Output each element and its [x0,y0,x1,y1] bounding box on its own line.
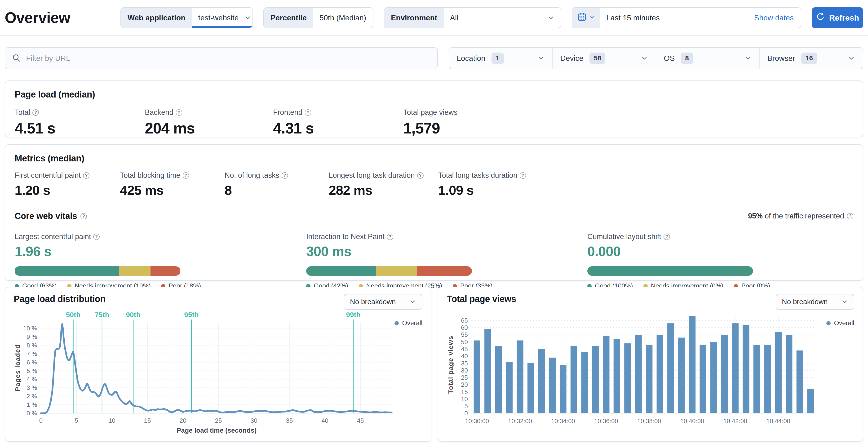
help-icon[interactable]: ? [847,213,853,219]
metrics-row: First contentful paint? 1.20 s Total blo… [15,171,853,198]
page-views-breakdown-select[interactable]: No breakdown [776,294,854,309]
percentile-value-text: 50th (Median) [319,13,366,22]
percentile-value[interactable]: 50th (Median) [313,8,373,28]
svg-text:3 %: 3 % [27,384,37,391]
svg-text:45: 45 [357,417,364,424]
help-icon[interactable]: ? [663,234,670,240]
svg-text:5: 5 [75,417,78,424]
vital-lcp: Largest contentful paint? 1.96 s Good (6… [15,232,306,290]
environment-value[interactable]: All [444,8,561,28]
svg-text:30: 30 [461,367,468,374]
help-icon[interactable]: ? [81,213,87,219]
environment-select[interactable]: Environment All [384,7,561,28]
svg-text:7 %: 7 % [27,350,37,357]
search-input[interactable] [26,54,431,63]
help-icon[interactable]: ? [93,234,100,240]
chevron-down-icon [409,298,416,305]
svg-text:0: 0 [39,417,42,424]
search-icon [12,53,21,63]
page-views-legend[interactable]: Overall [826,320,854,327]
page-views-legend-label: Overall [834,320,854,327]
url-search-box[interactable] [5,47,438,69]
web-application-value-text: test-website [198,13,239,22]
metric-total-page-views-value: 1,579 [403,120,853,137]
refresh-icon [816,12,825,23]
help-icon[interactable]: ? [183,172,189,179]
web-application-select[interactable]: Web application test-website [120,7,253,28]
help-icon[interactable]: ? [305,109,311,116]
svg-text:5 %: 5 % [27,367,37,375]
refresh-button[interactable]: Refresh [812,7,863,28]
svg-text:4 %: 4 % [27,376,37,383]
svg-text:Total page views: Total page views [447,335,454,394]
filter-os-label: OS [664,54,675,63]
metrics-panel: Metrics (median) First contentful paint?… [5,144,863,281]
svg-text:15: 15 [144,417,151,424]
svg-text:Pages loaded: Pages loaded [14,344,21,391]
svg-text:5: 5 [465,403,468,410]
metric-total-value: 4.51 s [15,120,145,137]
help-icon[interactable]: ? [417,172,424,179]
svg-text:10:32:00: 10:32:00 [508,417,532,424]
svg-text:20: 20 [180,417,186,424]
svg-text:10:42:00: 10:42:00 [723,417,747,424]
web-application-label: Web application [121,8,192,28]
filter-location[interactable]: Location 1 [449,48,552,69]
svg-text:10 %: 10 % [23,325,37,332]
svg-text:35: 35 [286,417,293,424]
metric-backend: Backend? 204 ms [145,108,273,137]
percentile-label: Percentile [264,8,313,28]
refresh-button-label: Refresh [829,13,859,23]
vital-inp-value: 300 ms [306,243,587,259]
vital-cls-value: 0.000 [587,243,853,259]
web-application-value[interactable]: test-website [192,8,253,28]
date-picker[interactable]: Last 15 minutes Show dates [572,7,801,28]
metric-fcp-label: First contentful paint [15,171,81,180]
svg-text:50: 50 [461,338,468,346]
help-icon[interactable]: ? [520,172,526,179]
distribution-legend-label: Overall [402,320,423,327]
svg-text:1 %: 1 % [27,401,37,408]
help-icon[interactable]: ? [83,172,89,179]
page-load-panel-title: Page load (median) [15,89,853,100]
vital-cls-label: Cumulative layout shift [587,232,661,241]
chevron-down-icon [641,54,648,62]
filter-device[interactable]: Device 58 [552,48,656,69]
distribution-panel-title: Page load distribution [14,294,105,304]
needs-improvement-segment [119,266,151,276]
distribution-breakdown-select[interactable]: No breakdown [344,294,423,309]
date-picker-quick-menu[interactable] [572,8,600,28]
filter-os[interactable]: OS 8 [656,48,760,69]
vital-inp-bar [306,266,472,276]
date-range-value[interactable]: Last 15 minutes [600,8,747,28]
percentile-select[interactable]: Percentile 50th (Median) [264,7,373,28]
help-icon[interactable]: ? [32,109,39,116]
metric-frontend-value: 4.31 s [273,120,403,137]
page-title: Overview [5,9,70,27]
distribution-chart[interactable]: 0510152025303540450 %1 %2 %3 %4 %5 %6 %7… [14,312,423,434]
page-views-chart[interactable]: 10:30:0010:32:0010:34:0010:36:0010:38:00… [447,312,854,434]
help-icon[interactable]: ? [387,234,393,240]
help-icon[interactable]: ? [282,172,288,179]
distribution-legend[interactable]: Overall [395,320,423,327]
overall-dot-icon [395,321,399,325]
metric-longest-task: Longest long task duration? 282 ms [329,171,438,198]
chevron-down-icon [371,14,373,22]
filter-browser[interactable]: Browser 16 [760,48,863,69]
good-segment [587,266,753,276]
svg-text:8 %: 8 % [27,342,37,349]
svg-text:0 %: 0 % [27,410,37,417]
svg-text:10: 10 [461,395,468,403]
svg-text:40: 40 [461,353,468,360]
calendar-icon [577,12,587,24]
metric-frontend-label: Frontend [273,108,303,117]
svg-text:35: 35 [461,360,468,367]
svg-text:90th: 90th [126,312,141,319]
needs-improvement-segment [376,266,417,276]
core-web-vitals-header: Core web vitals? 95% of the traffic repr… [15,211,853,221]
chevron-down-icon [848,54,855,62]
core-web-vitals-title: Core web vitals [15,211,77,221]
show-dates-link[interactable]: Show dates [747,8,801,28]
help-icon[interactable]: ? [176,109,182,116]
facet-filter-group: Location 1 Device 58 OS 8 Browser 16 [449,47,863,69]
